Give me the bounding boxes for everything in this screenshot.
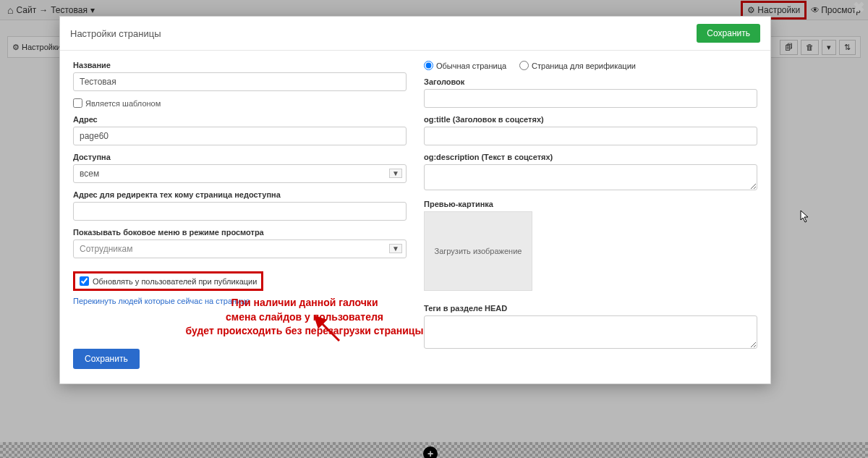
modal-header: Настройки страницы Сохранить	[60, 17, 770, 51]
headtags-label: Теги в разделе HEAD	[424, 304, 757, 313]
ogdesc-textarea[interactable]	[424, 164, 757, 190]
redirect-label: Адрес для редиректа тех кому страница не…	[73, 190, 407, 199]
ogtitle-input[interactable]	[424, 127, 757, 145]
radio-verify-page[interactable]: Страница для верификации	[519, 61, 636, 70]
svg-line-0	[320, 321, 339, 341]
name-label: Название	[73, 61, 407, 69]
modal-title: Настройки страницы	[70, 28, 161, 39]
save-button-top[interactable]: Сохранить	[697, 24, 760, 43]
update-on-publish-checkbox[interactable]: Обновлять у пользователей при публикации	[73, 271, 263, 291]
redirect-users-link[interactable]: Перекинуть людей которые сейчас на стран…	[73, 297, 407, 305]
address-input[interactable]	[73, 127, 407, 145]
heading-input[interactable]	[424, 89, 757, 108]
radio-normal-page[interactable]: Обычная страница	[424, 61, 506, 70]
preview-label: Превью-картинка	[424, 200, 757, 208]
update-on-publish-input[interactable]	[80, 276, 89, 286]
available-label: Доступна	[73, 153, 407, 161]
annotation-arrow	[314, 315, 343, 344]
preview-upload-box[interactable]: Загрузить изображение	[424, 211, 532, 291]
save-button-bottom[interactable]: Сохранить	[73, 349, 140, 369]
left-column: Название Является шаблоном Адрес Доступн…	[73, 61, 407, 369]
name-input[interactable]	[73, 72, 407, 91]
sidemenu-label: Показывать боковое меню в режиме просмот…	[73, 228, 407, 237]
modal-body: Название Является шаблоном Адрес Доступн…	[60, 51, 770, 383]
page-settings-modal: Настройки страницы Сохранить Название Яв…	[59, 16, 771, 384]
is-template-input[interactable]	[73, 98, 82, 108]
heading-label: Заголовок	[424, 77, 757, 86]
page-type-radios: Обычная страница Страница для верификаци…	[424, 61, 757, 70]
sidemenu-select[interactable]	[73, 239, 407, 258]
redirect-input[interactable]	[73, 202, 407, 221]
address-label: Адрес	[73, 115, 407, 124]
right-column: Обычная страница Страница для верификаци…	[424, 61, 757, 369]
is-template-checkbox[interactable]: Является шаблоном	[73, 98, 407, 108]
available-select[interactable]	[73, 164, 407, 183]
headtags-textarea[interactable]	[424, 315, 757, 349]
ogtitle-label: og:title (Заголовок в соцсетях)	[424, 115, 757, 124]
ogdesc-label: og:description (Текст в соцсетях)	[424, 153, 757, 161]
